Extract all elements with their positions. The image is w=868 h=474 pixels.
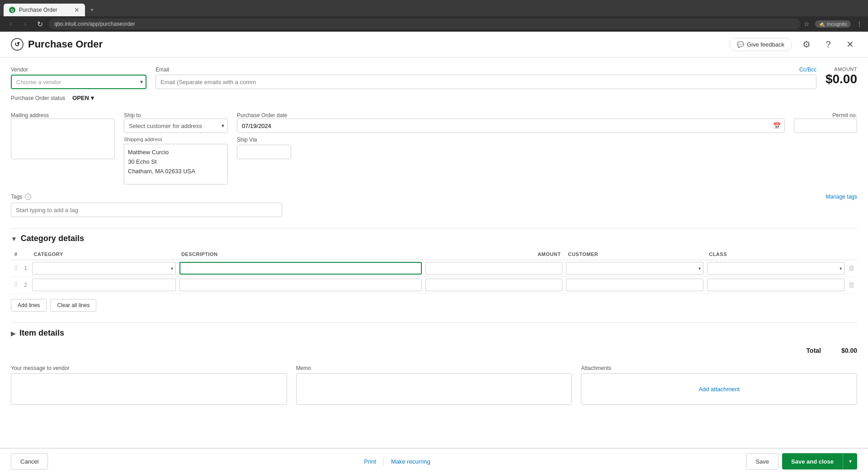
- vendor-label: Vendor: [11, 66, 146, 73]
- back-btn[interactable]: ‹: [5, 20, 16, 28]
- new-tab-btn[interactable]: +: [87, 4, 97, 16]
- col-handle: [21, 249, 30, 260]
- amount-label: AMOUNT: [826, 66, 857, 72]
- category-input-2[interactable]: [32, 279, 176, 291]
- col-delete: [846, 249, 857, 260]
- add-attachment-button[interactable]: Add attachment: [698, 386, 740, 393]
- ship-to-group: Ship to Select customer for address ▾ Sh…: [124, 112, 228, 185]
- memo-label: Memo: [296, 365, 572, 371]
- table-header-row: # CATEGORY DESCRIPTION AMOUNT CUSTOMER C…: [11, 249, 857, 260]
- permit-group: Permit no.: [794, 112, 857, 133]
- ship-via-input[interactable]: [237, 145, 291, 159]
- attachment-area[interactable]: Add attachment: [581, 373, 857, 405]
- ship-via-label: Ship Via: [237, 137, 785, 143]
- item-details-toggle[interactable]: ▶: [11, 330, 16, 337]
- col-description: DESCRIPTION: [178, 249, 424, 260]
- customer-select-wrapper-1: ▾: [566, 262, 703, 275]
- permit-input[interactable]: [794, 118, 857, 133]
- forward-btn[interactable]: ›: [20, 20, 31, 28]
- customer-input-2[interactable]: [566, 279, 703, 291]
- row-delete-2[interactable]: 🗑: [846, 277, 857, 294]
- tags-info-icon[interactable]: i: [25, 194, 31, 200]
- browser-tab-active[interactable]: Q Purchase Order ✕: [4, 4, 85, 16]
- form-body: Vendor Choose a vendor ▾ Email Cc/Bcc: [0, 57, 868, 448]
- category-details-toggle[interactable]: ▼: [11, 235, 17, 242]
- bookmark-icon[interactable]: ☆: [804, 20, 810, 28]
- help-button[interactable]: ?: [821, 37, 835, 52]
- manage-tags-link[interactable]: Manage tags: [826, 194, 857, 200]
- amount-input-1[interactable]: [425, 262, 563, 275]
- status-dropdown-icon: ▾: [91, 95, 94, 101]
- description-cell-2: [178, 277, 424, 294]
- category-select-wrapper-1: ▾: [32, 262, 176, 275]
- refresh-btn[interactable]: ↻: [34, 20, 45, 28]
- date-ship-group: Purchase Order date 📅 Ship Via: [237, 112, 785, 159]
- bottom-form: Your message to vendor Memo Attachments …: [11, 358, 857, 413]
- mailing-address-box[interactable]: [11, 118, 115, 159]
- vendor-select[interactable]: Choose a vendor: [11, 75, 146, 89]
- save-close-dropdown-button[interactable]: ▾: [843, 453, 857, 469]
- browser-nav: ‹ › ↻ qbo.intuit.com/app/purchaseorder ☆…: [0, 16, 868, 32]
- memo-textarea[interactable]: [296, 373, 572, 405]
- message-group: Your message to vendor: [11, 365, 287, 406]
- message-textarea[interactable]: [11, 373, 287, 405]
- tags-label-row: Tags i Manage tags: [11, 194, 857, 200]
- mailing-address-label: Mailing address: [11, 112, 115, 118]
- memo-group: Memo: [296, 365, 572, 406]
- feedback-icon: 💬: [737, 41, 744, 48]
- item-details-header[interactable]: ▶ Item details: [11, 328, 857, 338]
- amount-cell-2: [424, 277, 565, 294]
- calendar-icon[interactable]: 📅: [769, 122, 784, 129]
- description-input-2[interactable]: [179, 279, 422, 291]
- clear-lines-button[interactable]: Clear all lines: [50, 299, 96, 312]
- amount-input-2[interactable]: [425, 279, 563, 291]
- ship-to-select[interactable]: Select customer for address: [124, 118, 228, 133]
- category-details-title: Category details: [21, 234, 84, 243]
- amount-display: AMOUNT $0.00: [826, 66, 857, 86]
- save-close-button[interactable]: Save and close: [782, 453, 843, 469]
- address-bar[interactable]: qbo.intuit.com/app/purchaseorder: [49, 19, 800, 29]
- row-delete-1[interactable]: 🗑: [846, 260, 857, 277]
- status-row: Purchase Order status OPEN ▾: [11, 93, 857, 103]
- category-details-section: ▼ Category details: [11, 228, 857, 249]
- browser-chrome: Q Purchase Order ✕ + ‹ › ↻ qbo.intuit.co…: [0, 0, 868, 32]
- class-cell-1: ▾: [705, 260, 846, 277]
- app-container: ↺ Purchase Order 💬 Give feedback ⚙ ? ✕ V…: [0, 32, 868, 474]
- tags-input[interactable]: [11, 203, 282, 217]
- address-section: Mailing address Ship to Select customer …: [11, 112, 857, 185]
- cancel-button[interactable]: Cancel: [11, 453, 48, 469]
- table-actions: Add lines Clear all lines: [11, 299, 857, 312]
- attachments-group: Attachments Add attachment: [581, 365, 857, 406]
- permit-label: Permit no.: [794, 112, 857, 118]
- row-drag-handle-2[interactable]: ⠿: [11, 277, 21, 294]
- class-input-2[interactable]: [707, 279, 844, 291]
- print-button[interactable]: Print: [357, 455, 383, 469]
- amount-cell-1: [424, 260, 565, 277]
- row-drag-handle-1[interactable]: ⠿: [11, 260, 21, 277]
- customer-select-1[interactable]: [566, 262, 703, 275]
- email-input[interactable]: [156, 75, 816, 89]
- col-hash: #: [11, 249, 21, 260]
- incognito-badge: 🕵 Incognito: [815, 20, 851, 28]
- class-select-1[interactable]: [707, 262, 844, 275]
- add-lines-button[interactable]: Add lines: [11, 299, 47, 312]
- give-feedback-button[interactable]: 💬 Give feedback: [729, 38, 792, 51]
- menu-icon[interactable]: ⋮: [856, 20, 863, 28]
- po-date-input[interactable]: [237, 119, 769, 133]
- app-header: ↺ Purchase Order 💬 Give feedback ⚙ ? ✕: [0, 32, 868, 57]
- save-button[interactable]: Save: [746, 453, 778, 469]
- tab-close-btn[interactable]: ✕: [74, 6, 80, 14]
- total-label: Total: [807, 347, 821, 354]
- nav-icons: ☆ 🕵 Incognito ⋮: [804, 20, 863, 28]
- close-button[interactable]: ✕: [843, 37, 857, 52]
- footer-center: Print Make recurring: [357, 455, 437, 469]
- settings-button[interactable]: ⚙: [799, 37, 814, 52]
- total-row: Total $0.00: [11, 343, 857, 358]
- cc-bcc-link[interactable]: Cc/Bcc: [799, 66, 816, 73]
- category-details-table: # CATEGORY DESCRIPTION AMOUNT CUSTOMER C…: [11, 249, 857, 294]
- description-input-1[interactable]: [179, 262, 422, 275]
- po-status-badge[interactable]: OPEN ▾: [69, 93, 98, 103]
- make-recurring-button[interactable]: Make recurring: [384, 455, 438, 469]
- category-select-1[interactable]: [32, 262, 176, 275]
- attachments-label: Attachments: [581, 365, 857, 371]
